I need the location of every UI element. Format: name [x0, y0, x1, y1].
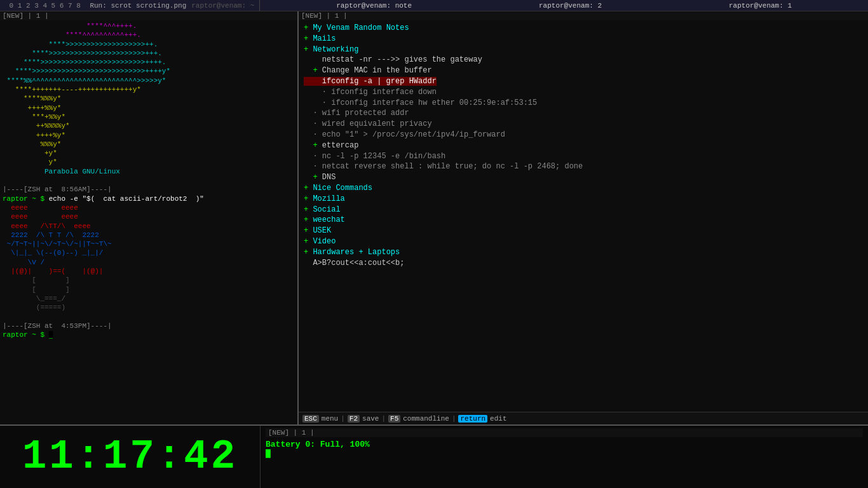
window-title-note: raptor@venam: note: [336, 2, 412, 10]
left-pane-title: [NEW] | 1 |: [0, 11, 297, 20]
f2-key: F2: [348, 415, 360, 423]
return-key: return: [458, 415, 487, 423]
clock-display: 11:17:42: [22, 437, 238, 477]
top-bar: 0 1 2 3 4 5 6 7 8 Run: scrot scroting.pn…: [0, 0, 868, 11]
battery-pane: [NEW] | 1 | Battery 0: Full, 100% █: [261, 426, 868, 488]
main-area: [NEW] | 1 | ****^^^++++. ****^^^^^^^^^^+…: [0, 11, 868, 424]
battery-cursor: █: [266, 449, 863, 459]
right-pane-title: [NEW] | 1 |: [299, 11, 868, 20]
pane-indicator-1: 0 1 2 3 4 5 6 7 8 Run: scrot scroting.pn…: [0, 0, 260, 11]
terminal-output: ****^^^++++. ****^^^^^^^^^^+++. ****>>>>…: [0, 20, 297, 424]
right-note-pane: [NEW] | 1 | + My Venam Random Notes + Ma…: [299, 11, 868, 424]
esc-key: ESC: [302, 415, 319, 423]
bottom-section: 11:17:42 [NEW] | 1 | Battery 0: Full, 10…: [0, 424, 868, 488]
clock-pane: 11:17:42: [0, 426, 261, 488]
window-title-1: raptor@venam: 1: [729, 2, 792, 10]
f5-key: F5: [388, 415, 400, 423]
battery-title-bar: [NEW] | 1 |: [266, 428, 863, 437]
battery-info: Battery 0: Full, 100%: [266, 440, 863, 449]
window-title-2: raptor@venam: 2: [539, 2, 602, 10]
left-terminal-pane: [NEW] | 1 | ****^^^++++. ****^^^^^^^^^^+…: [0, 11, 299, 424]
note-statusbar: ESC menu | F2 save | F5 commandline | re…: [299, 412, 868, 424]
note-content[interactable]: + My Venam Random Notes + Mails + Networ…: [299, 20, 868, 412]
